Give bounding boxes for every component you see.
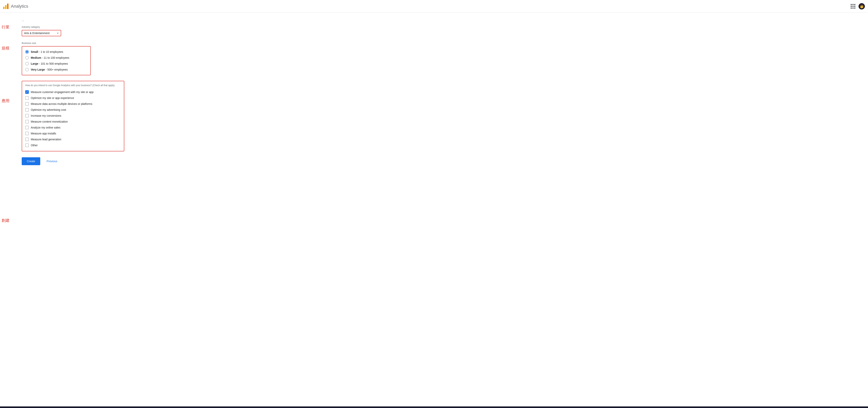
business-size-section: Business size Small - 1 to 10 employees … <box>22 42 862 75</box>
checkbox-other[interactable]: Other <box>25 142 121 148</box>
logo-bar-3 <box>7 4 8 9</box>
usage-box: How do you intend to use Google Analytic… <box>22 81 124 151</box>
checkbox-box-advertising <box>25 108 29 111</box>
checkbox-label-lead-gen: Measure lead generation <box>31 138 61 141</box>
main-content: 行業 規模 應用 創建 ... Industry category Arts &… <box>0 12 868 223</box>
create-button[interactable]: Create <box>22 157 40 165</box>
radio-circle-very-large <box>25 68 29 71</box>
business-size-radio-group: Small - 1 to 10 employees Medium - 11 to… <box>22 46 91 75</box>
checkbox-label-conversions: Increase my conversions <box>31 114 61 117</box>
radio-label-medium: Medium - 11 to 100 employees <box>31 56 69 59</box>
logo-bar-2 <box>5 5 6 9</box>
label-use-zh: 應用 <box>0 98 16 103</box>
checkbox-experience[interactable]: Optimize my site or app experience <box>25 95 121 101</box>
grid-dot <box>852 6 854 7</box>
checkbox-box-sales <box>25 126 29 129</box>
radio-large[interactable]: Large - 101 to 500 employees <box>25 61 87 67</box>
label-size-zh: 規模 <box>0 45 16 51</box>
industry-section: Industry category Arts & Entertainment ▼ <box>22 26 862 36</box>
top-truncated-text: ... <box>22 16 862 22</box>
radio-medium[interactable]: Medium - 11 to 100 employees <box>25 55 87 61</box>
label-create-zh: 創建 <box>0 218 16 223</box>
radio-circle-large <box>25 62 29 65</box>
logo-bar-1 <box>3 7 4 9</box>
header-right: 🧑 <box>850 3 865 9</box>
business-size-label: Business size <box>22 42 862 44</box>
radio-inner-small <box>26 51 28 53</box>
checkbox-box-conversions <box>25 114 29 117</box>
usage-section: How do you intend to use Google Analytic… <box>22 81 862 151</box>
checkbox-label-advertising: Optimize my advertising cost <box>31 108 66 111</box>
checkbox-label-engagement: Measure customer engagement with my site… <box>31 91 94 94</box>
grid-dot <box>854 7 856 9</box>
grid-dot <box>850 4 852 5</box>
grid-dot <box>852 4 854 5</box>
radio-circle-medium <box>25 56 29 60</box>
checkbox-app-installs[interactable]: Measure app installs <box>25 131 121 136</box>
checkbox-box-other <box>25 143 29 147</box>
grid-dot <box>852 7 854 9</box>
checkbox-label-other: Other <box>31 144 38 147</box>
dropdown-arrow-icon: ▼ <box>57 32 59 34</box>
checkbox-label-sales: Analyze my online sales <box>31 126 60 129</box>
checkbox-advertising[interactable]: Optimize my advertising cost <box>25 107 121 113</box>
bottom-buttons: Create Previous <box>22 157 862 173</box>
google-apps-icon[interactable] <box>850 4 856 9</box>
checkbox-engagement[interactable]: ✓ Measure customer engagement with my si… <box>25 89 121 95</box>
radio-very-large[interactable]: Very Large - 500+ employees <box>25 67 87 72</box>
checkbox-lead-gen[interactable]: Measure lead generation <box>25 136 121 142</box>
grid-dot <box>850 7 852 9</box>
checkbox-box-multi-device <box>25 102 29 106</box>
radio-label-very-large: Very Large - 500+ employees <box>31 68 68 71</box>
header-left: Analytics <box>3 4 28 9</box>
usage-question: How do you intend to use Google Analytic… <box>25 84 121 87</box>
industry-dropdown[interactable]: Arts & Entertainment ▼ <box>22 30 61 36</box>
previous-button[interactable]: Previous <box>43 158 60 165</box>
radio-label-large: Large - 101 to 500 employees <box>31 62 68 65</box>
checkbox-multi-device[interactable]: Measure data across multiple devices or … <box>25 101 121 107</box>
left-labels: 行業 規模 應用 創建 <box>0 12 16 223</box>
grid-dot <box>854 6 856 7</box>
label-industry-zh: 行業 <box>0 25 16 30</box>
app-title: Analytics <box>11 4 28 9</box>
checkbox-label-app-installs: Measure app installs <box>31 132 56 135</box>
checkbox-label-experience: Optimize my site or app experience <box>31 96 74 100</box>
checkbox-box-monetization <box>25 120 29 124</box>
radio-small[interactable]: Small - 1 to 10 employees <box>25 49 87 55</box>
industry-selected-value: Arts & Entertainment <box>24 32 50 35</box>
checkmark-engagement: ✓ <box>26 91 28 93</box>
grid-dot <box>850 6 852 7</box>
avatar-figure: 🧑 <box>860 4 864 8</box>
industry-label: Industry category <box>22 26 862 28</box>
analytics-logo <box>3 4 8 9</box>
grid-dot <box>854 4 856 5</box>
radio-circle-small <box>25 50 29 54</box>
checkbox-box-experience <box>25 96 29 100</box>
checkbox-box-app-installs <box>25 132 29 135</box>
checkbox-monetization[interactable]: Measure content monetization <box>25 118 121 125</box>
checkbox-label-multi-device: Measure data across multiple devices or … <box>31 102 92 105</box>
checkbox-box-engagement: ✓ <box>25 90 29 94</box>
checkbox-sales[interactable]: Analyze my online sales <box>25 125 121 131</box>
app-header: Analytics 🧑 <box>0 0 868 12</box>
form-area: ... Industry category Arts & Entertainme… <box>16 12 868 223</box>
checkbox-box-lead-gen <box>25 138 29 141</box>
checkbox-label-monetization: Measure content monetization <box>31 120 68 123</box>
user-avatar[interactable]: 🧑 <box>859 3 865 9</box>
checkbox-conversions[interactable]: Increase my conversions <box>25 113 121 118</box>
radio-label-small: Small - 1 to 10 employees <box>31 50 63 54</box>
